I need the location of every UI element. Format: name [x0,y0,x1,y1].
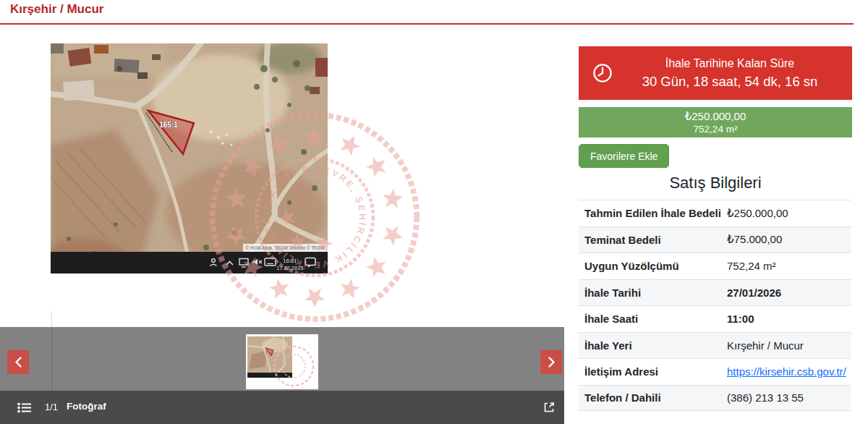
table-row: İletişim Adresi https://kirsehir.csb.gov… [579,358,851,385]
row-value: 27/01/2026 [727,287,781,299]
gallery-prev-button[interactable] [7,350,29,374]
captured-taskbar: 16:31 17.12.2025 [51,252,328,274]
row-label: İhale Yeri [579,339,727,352]
row-value: 11:00 [727,313,754,325]
area-value: 752,24 m² [694,124,738,135]
table-row: Uygun Yüzölçümü 752,24 m² [579,253,851,279]
gallery-next-button[interactable] [540,350,562,374]
table-row: İhale Tarihi 27/01/2026 [579,279,851,306]
fullscreen-icon[interactable] [542,401,556,414]
photo-type-label: Fotoğraf [67,401,106,412]
stage-edge-line [51,311,52,391]
countdown-banner: İhale Tarihine Kalan Süre 30 Gün, 18 saa… [579,46,852,100]
aerial-photo: 165:1 © HGM Atlas, TKGM Ortofoto © TKGM … [51,43,328,274]
table-row: İhale Saati 11:00 [579,305,851,332]
table-row: Tahmin Edilen İhale Bedeli ₺250.000,00 [579,200,851,226]
taskbar-date: 17.12.2025 [276,265,304,271]
table-row: İhale Yeri Kırşehir / Mucur [579,332,851,359]
chevron-left-icon [14,357,22,368]
gallery-main-photo[interactable]: 165:1 © HGM Atlas, TKGM Ortofoto © TKGM … [51,43,328,274]
row-value: Kırşehir / Mucur [727,339,804,352]
add-to-favorites-button[interactable]: Favorilere Ekle [579,144,669,168]
parcel-label: 165:1 [159,121,178,129]
row-value: (386) 213 13 55 [727,391,804,404]
gallery-thumbnail[interactable] [246,334,318,389]
page-title: Kırşehir / Mucur [10,2,103,17]
contact-link[interactable]: https://kirsehir.csb.gov.tr/ [727,365,846,378]
taskbar-time: 16:31 [284,258,297,264]
thumbnail-image [246,334,318,389]
chevron-right-icon [548,357,556,368]
row-label: Tahmin Edilen İhale Bedeli [579,207,727,219]
countdown-remaining: 30 Gün, 18 saat, 54 dk, 16 sn [613,74,846,90]
sale-info-table: Tahmin Edilen İhale Bedeli ₺250.000,00 T… [579,200,851,411]
table-row: Telefon / Dahili (386) 213 13 55 [579,385,851,412]
row-label: İletişim Adresi [579,365,727,378]
row-label: Telefon / Dahili [579,391,727,404]
row-value: https://kirsehir.csb.gov.tr/ [727,365,846,378]
price-value: ₺250.000,00 [685,110,746,123]
row-label: İhale Saati [579,313,727,325]
table-row: Teminat Bedeli ₺75.000,00 [579,226,851,253]
map-attribution: © HGM Atlas, TKGM Ortofoto © TKGM [246,245,325,250]
price-banner: ₺250.000,00 752,24 m² [579,107,852,137]
row-label: Uygun Yüzölçümü [579,260,727,272]
row-value: ₺250.000,00 [727,207,788,220]
row-value: 752,24 m² [727,260,776,272]
thumbnail-list-icon[interactable] [17,402,32,413]
row-label: İhale Tarihi [579,287,727,299]
sale-info-heading: Satış Bilgileri [579,174,852,192]
clock-icon [592,62,613,84]
photo-counter: 1/1 [45,402,58,412]
gallery-toolbar: 1/1 Fotoğraf [0,391,564,424]
row-label: Teminat Bedeli [579,234,727,246]
row-value: ₺75.000,00 [727,233,782,246]
countdown-title: İhale Tarihine Kalan Süre [613,57,846,70]
title-divider [0,23,854,25]
